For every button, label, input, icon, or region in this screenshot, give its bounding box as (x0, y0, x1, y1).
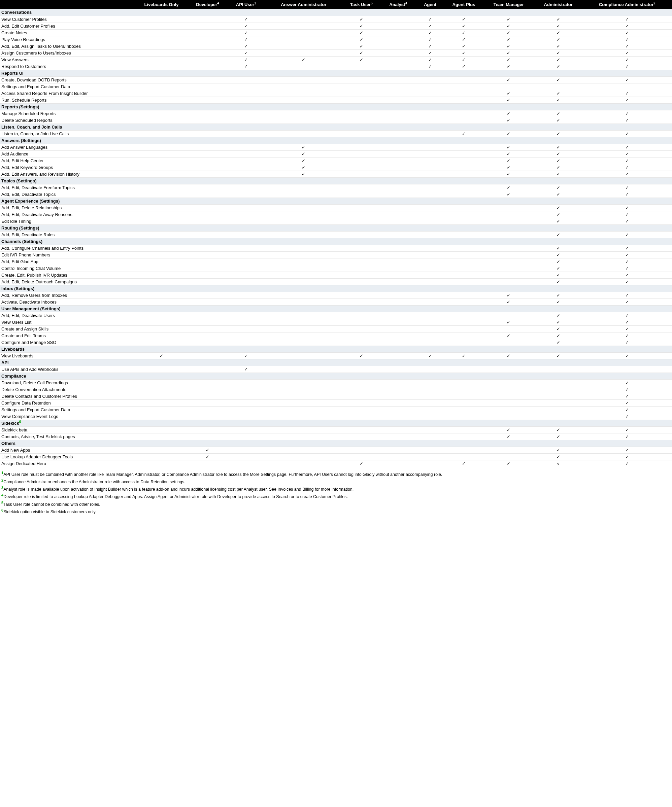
permission-cell: ✓ (582, 130, 672, 137)
table-row: Activate, Deactivate Inboxes✓✓✓ (0, 299, 672, 305)
permission-cell (135, 379, 188, 386)
table-row: Edit IVR Phone Numbers✓✓ (0, 251, 672, 258)
row-label: Add Audience (0, 150, 135, 157)
column-footnote-ref: 4 (217, 2, 219, 5)
permission-cell (381, 211, 416, 218)
permission-cell (188, 272, 226, 278)
permission-cell (444, 96, 483, 103)
permission-cell: ✓ (483, 29, 534, 36)
permission-cell (188, 231, 226, 238)
section-empty-cell (188, 359, 226, 366)
table-row: Add, Edit, Deactivate Rules✓✓ (0, 231, 672, 238)
permission-cell: ✓ (265, 171, 342, 178)
permission-cell (483, 83, 534, 90)
row-label: Add, Edit, Deactivate Users (0, 312, 135, 319)
permission-cell (381, 413, 416, 420)
permission-cell (265, 83, 342, 90)
section-empty-cell (265, 9, 342, 16)
permission-cell (416, 447, 445, 453)
permission-cell (444, 76, 483, 83)
permission-cell (188, 460, 226, 467)
permission-cell: ✓ (265, 56, 342, 63)
permission-cell: ✓ (534, 76, 582, 83)
permission-cell (381, 96, 416, 103)
permission-cell (188, 36, 226, 43)
permission-cell (534, 393, 582, 399)
section-empty-cell (483, 359, 534, 366)
permission-cell (381, 352, 416, 359)
permission-cell (342, 312, 381, 319)
permission-cell: ✓ (483, 50, 534, 56)
row-label: Settings and Export Customer Data (0, 406, 135, 413)
permission-cell (444, 258, 483, 265)
column-label: API User (236, 2, 254, 7)
permission-cell (227, 110, 265, 117)
permission-cell (135, 83, 188, 90)
permission-cell: ✓ (342, 23, 381, 29)
permission-cell (342, 406, 381, 413)
section-empty-cell (227, 372, 265, 379)
section-title: Compliance (2, 374, 26, 379)
section-header-row: Conversations (0, 9, 672, 16)
permission-cell (188, 117, 226, 123)
permission-cell: ✓ (227, 16, 265, 23)
section-empty-cell (188, 198, 226, 204)
permission-cell: ✓ (582, 117, 672, 123)
table-row: Add, Edit, Deactivate Topics✓✓✓ (0, 191, 672, 198)
permission-cell (381, 16, 416, 23)
permission-cell (381, 110, 416, 117)
permission-cell (188, 218, 226, 224)
footnote: 6Sidekick option visible to Sidekick cus… (2, 509, 670, 515)
column-header: Liveboards Only (135, 0, 188, 9)
section-empty-cell (416, 372, 445, 379)
permission-cell: ✓ (582, 110, 672, 117)
permission-cell (381, 164, 416, 171)
section-empty-cell (381, 224, 416, 231)
section-empty-cell (534, 285, 582, 292)
permission-cell (265, 299, 342, 305)
section-empty-cell (582, 198, 672, 204)
permission-cell (381, 460, 416, 467)
section-empty-cell (534, 420, 582, 427)
section-empty-cell (227, 345, 265, 352)
permission-cell: ✓ (582, 63, 672, 70)
permission-cell (135, 204, 188, 211)
permission-cell (135, 427, 188, 433)
section-empty-cell (534, 305, 582, 312)
permission-cell (483, 366, 534, 372)
section-empty-cell (188, 372, 226, 379)
permission-cell: ✓ (534, 23, 582, 29)
permission-cell: ✓ (534, 299, 582, 305)
section-title-cell: Compliance (0, 372, 135, 379)
permission-cell: ✓ (534, 447, 582, 453)
section-empty-cell (188, 285, 226, 292)
section-empty-cell (483, 224, 534, 231)
permission-cell (381, 393, 416, 399)
footnote: 1API User role must be combined with ano… (2, 472, 670, 477)
permission-cell (188, 211, 226, 218)
permission-cell (227, 292, 265, 299)
permission-cell (265, 36, 342, 43)
section-empty-cell (381, 9, 416, 16)
permission-cell: ✓ (265, 157, 342, 164)
permission-cell (483, 258, 534, 265)
permission-cell (444, 251, 483, 258)
table-row: Settings and Export Customer Data✓ (0, 406, 672, 413)
section-empty-cell (416, 305, 445, 312)
permission-cell (416, 460, 445, 467)
permission-cell: ✓ (534, 245, 582, 251)
permission-cell: ✓ (483, 23, 534, 29)
permission-cell (227, 204, 265, 211)
permission-cell: ✓ (483, 299, 534, 305)
table-row: Create and Assign Skills✓✓ (0, 325, 672, 332)
section-title-cell: Answers (Settings) (0, 137, 135, 144)
permission-cell: ✓ (582, 211, 672, 218)
row-label: Create, Download OOTB Reports (0, 76, 135, 83)
table-header-row: Liveboards OnlyDeveloper4API User1Answer… (0, 0, 672, 9)
permission-cell (188, 191, 226, 198)
permission-cell (135, 386, 188, 393)
column-label: Agent (424, 2, 436, 7)
permission-cell (265, 76, 342, 83)
permission-cell (416, 171, 445, 178)
section-empty-cell (444, 103, 483, 110)
